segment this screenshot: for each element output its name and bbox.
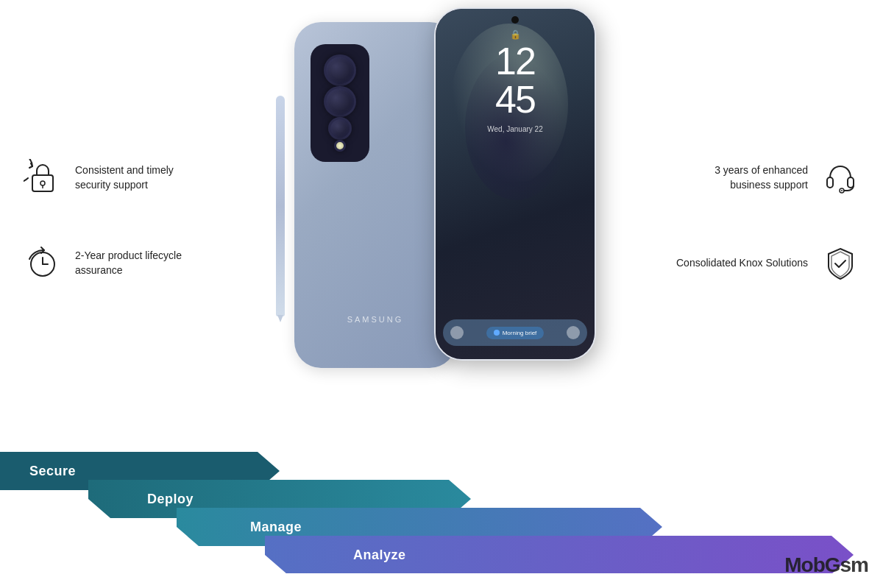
svg-rect-7 (848, 177, 854, 188)
minutes-display: 45 (495, 80, 535, 118)
samsung-logo: SAMSUNG (347, 315, 404, 324)
business-support-text: 3 years of enhanced business support (675, 163, 808, 192)
screen-lock-icon: 🔒 (510, 29, 521, 40)
camera-lens-1 (324, 54, 356, 86)
left-features: Consistent and timely security support 2… (22, 157, 193, 284)
svg-rect-6 (827, 177, 833, 188)
main-section: Consistent and timely security support 2… (0, 0, 883, 442)
banner-bars: Secure Deploy Manage Analyze (0, 452, 883, 573)
security-support-text: Consistent and timely security support (75, 163, 193, 192)
lock-icon (22, 157, 63, 199)
hours-display: 12 (495, 42, 535, 80)
punch-hole-camera (511, 16, 519, 24)
date-display: Wed, January 22 (487, 125, 542, 133)
camera-lens-3 (328, 117, 352, 140)
svg-rect-0 (32, 175, 53, 191)
time-display: 12 45 (495, 42, 535, 118)
phone-front: 🔒 12 45 Wed, January 22 Morning brief (434, 7, 596, 361)
knox-solutions-text: Consolidated Knox Solutions (676, 256, 808, 271)
bar-analyze: Analyze (265, 536, 854, 573)
phone-container: SAMSUNG 🔒 12 45 Wed, January 22 (272, 7, 611, 434)
camera-lens-2 (324, 86, 356, 118)
lifecycle-text: 2-Year product lifecycle assurance (75, 249, 193, 277)
feature-business-support: 3 years of enhanced business support (675, 157, 861, 199)
shield-icon (820, 243, 861, 284)
morning-brief-pill: Morning brief (486, 327, 545, 339)
bar-manage-label: Manage (199, 520, 302, 535)
watermark: MobGsm (784, 553, 868, 577)
feature-knox-solutions: Consolidated Knox Solutions (675, 243, 861, 284)
apps-icon (567, 326, 580, 339)
camera-module (311, 44, 369, 162)
phone-screen: 🔒 12 45 Wed, January 22 Morning brief (436, 9, 595, 359)
morning-brief-text: Morning brief (503, 330, 537, 336)
s-pen (276, 96, 285, 316)
bar-deploy-label: Deploy (110, 492, 194, 507)
bottom-banner: Secure Deploy Manage Analyze (0, 452, 883, 588)
bar-secure-label: Secure (22, 464, 76, 479)
svg-point-9 (841, 190, 843, 191)
screen-bottom-bar: Morning brief (443, 319, 587, 346)
phone-back: SAMSUNG (294, 22, 456, 368)
headset-icon (820, 157, 861, 199)
bar-analyze-label: Analyze (287, 548, 406, 563)
phone-icon (450, 326, 464, 339)
feature-lifecycle: 2-Year product lifecycle assurance (22, 243, 193, 284)
morning-brief-dot (494, 330, 500, 336)
svg-point-1 (40, 181, 45, 185)
camera-flash (334, 140, 346, 152)
right-features: 3 years of enhanced business support Con… (675, 157, 861, 284)
feature-security-support: Consistent and timely security support (22, 157, 193, 199)
clock-icon (22, 243, 63, 284)
